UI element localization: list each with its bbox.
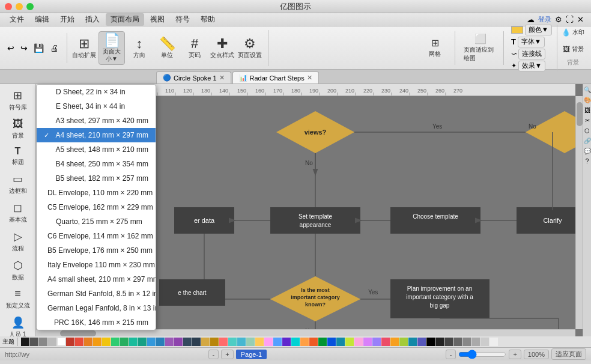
swatch-rose[interactable] bbox=[381, 338, 390, 346]
menu-item-d-sheet[interactable]: D Sheet, 22 in × 34 in bbox=[37, 85, 156, 99]
swatch-light-red[interactable] bbox=[75, 338, 83, 346]
swatch-mint[interactable] bbox=[246, 338, 255, 346]
swatch-green[interactable] bbox=[111, 338, 120, 346]
box-choose-template[interactable] bbox=[390, 207, 480, 234]
swatch-ocean[interactable] bbox=[336, 338, 345, 346]
menu-edit[interactable]: 编辑 bbox=[30, 13, 54, 26]
font-btn[interactable]: 字体▼ bbox=[518, 37, 545, 47]
zoom-in-icon[interactable]: 🔍 bbox=[584, 86, 591, 93]
swatch-violet[interactable] bbox=[417, 338, 426, 346]
help-icon[interactable]: ? bbox=[586, 158, 589, 165]
bg-btn[interactable]: 🖼 背景 bbox=[560, 41, 586, 57]
settings-icon[interactable]: ⚙ bbox=[555, 15, 562, 24]
menu-help[interactable]: 帮助 bbox=[196, 13, 220, 26]
redo-btn[interactable]: ↪ bbox=[18, 42, 30, 54]
menu-item-c5-envelope[interactable]: C5 Envelope, 162 mm × 229 mm bbox=[37, 200, 156, 214]
sidebar-item-basic-flow[interactable]: ◻ 基本流 bbox=[2, 199, 34, 226]
swatch-medium-gray[interactable] bbox=[453, 338, 462, 346]
swatch-orange[interactable] bbox=[84, 338, 92, 346]
swatch-lime[interactable] bbox=[345, 338, 354, 346]
sidebar-item-person[interactable]: 👤 人员 1 bbox=[2, 314, 34, 336]
swatch-gold[interactable] bbox=[201, 338, 210, 346]
color-btn[interactable]: 颜色▼ bbox=[525, 25, 552, 35]
menu-item-b4-sheet[interactable]: B4 sheet, 250 mm × 354 mm bbox=[37, 157, 156, 171]
swatch-dark-teal[interactable] bbox=[138, 338, 147, 346]
v-scrollbar[interactable] bbox=[575, 96, 583, 329]
swatch-dark-gold[interactable] bbox=[210, 338, 219, 346]
swatch-very-light-gray[interactable] bbox=[480, 338, 489, 346]
image-icon[interactable]: 🖼 bbox=[584, 107, 590, 114]
zoom-out-btn[interactable]: - bbox=[446, 350, 456, 359]
menu-item-b5-envelope[interactable]: B5 Envelope, 176 mm × 250 mm bbox=[37, 243, 156, 258]
sidebar-item-process[interactable]: ▷ 流程 bbox=[2, 228, 34, 255]
menu-file[interactable]: 文件 bbox=[5, 13, 29, 26]
sidebar-item-title[interactable]: T 标题 bbox=[2, 144, 34, 169]
login-btn[interactable]: 登录 bbox=[538, 15, 551, 24]
sidebar-item-data[interactable]: ⬡ 数据 bbox=[2, 256, 34, 284]
swatch-yellow-orange[interactable] bbox=[93, 338, 102, 346]
swatch-salmon[interactable] bbox=[219, 338, 228, 346]
swatch-bright-yellow[interactable] bbox=[255, 338, 264, 346]
save-btn[interactable]: 💾 bbox=[31, 42, 46, 54]
swatch-blue[interactable] bbox=[147, 338, 156, 346]
unit-btn[interactable]: 📏 单位 bbox=[154, 31, 180, 65]
fullscreen-icon[interactable]: ⛶ bbox=[566, 15, 574, 24]
swatch-forest[interactable] bbox=[318, 338, 327, 346]
swatch-pink[interactable] bbox=[264, 338, 273, 346]
link-icon[interactable]: 🔗 bbox=[584, 138, 591, 144]
menu-item-italy-envelope[interactable]: Italy Envelope 110 mm × 230 mm bbox=[37, 258, 156, 272]
swatch-white[interactable] bbox=[57, 338, 65, 346]
auto-expand-btn[interactable]: ⊞ 自动扩展 bbox=[71, 31, 97, 65]
box-set-template[interactable] bbox=[270, 207, 360, 234]
menu-item-b5-sheet[interactable]: B5 sheet, 182 mm × 257 mm bbox=[37, 171, 156, 186]
grid-btn[interactable]: ⊞ 网格 bbox=[420, 31, 450, 65]
tab-circle-spoke[interactable]: 🔵 Circle Spoke 1 ✕ bbox=[156, 71, 231, 83]
menu-view[interactable]: 视图 bbox=[145, 13, 169, 26]
tab-radar-close[interactable]: ✕ bbox=[307, 74, 312, 82]
swatch-peach[interactable] bbox=[300, 338, 309, 346]
swatch-cyan[interactable] bbox=[291, 338, 300, 346]
crop-icon[interactable]: ✂ bbox=[585, 117, 590, 124]
sidebar-item-background[interactable]: 🖼 背景 bbox=[2, 115, 34, 142]
swatch-black[interactable] bbox=[21, 338, 29, 346]
swatch-light-pink[interactable] bbox=[354, 338, 363, 346]
maximize-button[interactable] bbox=[26, 3, 34, 10]
intersection-btn[interactable]: ✚ 交点样式 bbox=[209, 31, 235, 65]
plus-btn[interactable]: + bbox=[221, 350, 233, 359]
swatch-pure-black[interactable] bbox=[426, 338, 435, 346]
page-num-btn[interactable]: # 页码 bbox=[181, 31, 208, 65]
menu-item-dl-envelope[interactable]: DL Envelope, 110 mm × 220 mm bbox=[37, 186, 156, 200]
swatch-grass[interactable] bbox=[399, 338, 408, 346]
sidebar-item-border[interactable]: ▭ 边框和 bbox=[2, 170, 34, 198]
minus-btn[interactable]: - bbox=[208, 350, 219, 359]
swatch-cornflower[interactable] bbox=[273, 338, 282, 346]
close-button[interactable] bbox=[5, 3, 12, 10]
zoom-in-btn2[interactable]: + bbox=[509, 350, 521, 359]
zoom-slider[interactable] bbox=[458, 350, 506, 359]
page-size-btn[interactable]: 📄 页面大小▼ bbox=[98, 31, 125, 65]
swatch-yellow[interactable] bbox=[102, 338, 111, 346]
comment-icon[interactable]: 💬 bbox=[584, 148, 591, 154]
swatch-red[interactable] bbox=[66, 338, 74, 346]
layer-icon[interactable]: ⬡ bbox=[584, 127, 590, 134]
menu-item-c6-envelope[interactable]: C6 Envelope, 114 mm × 162 mm bbox=[37, 229, 156, 243]
swatch-navy[interactable] bbox=[183, 338, 192, 346]
swatch-amber[interactable] bbox=[390, 338, 399, 346]
swatch-purple[interactable] bbox=[165, 338, 174, 346]
swatch-near-black[interactable] bbox=[435, 338, 444, 346]
menu-item-quarto[interactable]: Quarto, 215 mm × 275 mm bbox=[37, 214, 156, 229]
watermark-btn[interactable]: 💧 水印 bbox=[560, 25, 586, 40]
menu-insert[interactable]: 插入 bbox=[80, 13, 105, 26]
swatch-burnt-orange[interactable] bbox=[309, 338, 318, 346]
swatch-dark-blue[interactable] bbox=[156, 338, 165, 346]
diamond-right[interactable] bbox=[526, 111, 575, 153]
menu-symbol[interactable]: 符号 bbox=[171, 13, 195, 26]
sidebar-item-symbol-lib[interactable]: ⊞ 符号库 bbox=[2, 86, 34, 114]
swatch-sky[interactable] bbox=[237, 338, 246, 346]
swatch-light-gray[interactable] bbox=[48, 338, 56, 346]
tab-circle-close[interactable]: ✕ bbox=[219, 74, 225, 82]
menu-item-prc-16k[interactable]: PRC 16K, 146 mm × 215 mm bbox=[37, 315, 156, 330]
swatch-charcoal[interactable] bbox=[444, 338, 453, 346]
swatch-indigo[interactable] bbox=[282, 338, 291, 346]
swatch-teal2[interactable] bbox=[408, 338, 417, 346]
